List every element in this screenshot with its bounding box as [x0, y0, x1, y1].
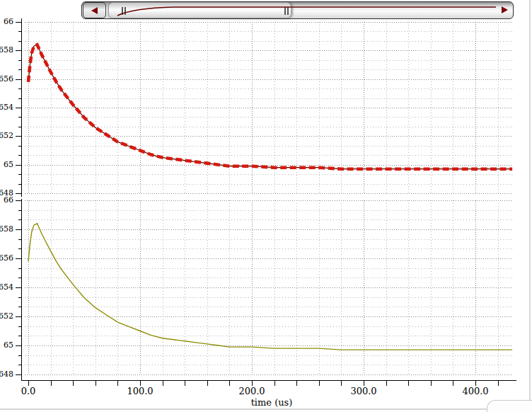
scrollbar-left-button[interactable]	[83, 2, 106, 18]
y-tick-label: 65	[0, 341, 13, 350]
y-tick-label: 654	[0, 283, 13, 292]
x-tick-label: 300.0	[342, 387, 385, 396]
y-tick-label: 654	[0, 103, 13, 112]
scrollbar-thumb[interactable]	[108, 2, 291, 18]
y-tick-label: 652	[0, 132, 13, 140]
thumb-right-grip-icon[interactable]	[284, 7, 289, 15]
y-tick-label: 66	[0, 18, 13, 26]
x-tick-label: 200.0	[231, 387, 273, 396]
right-window-divider	[529, 0, 531, 412]
y-tick-label: 65	[0, 161, 13, 169]
y-tick-label: 652	[0, 312, 13, 321]
plot-canvas	[0, 0, 532, 412]
x-axis-title: time (us)	[232, 397, 311, 408]
x-tick-label: 0.0	[7, 387, 50, 396]
y-tick-label: 658	[0, 46, 13, 55]
y-tick-label: 656	[0, 254, 13, 263]
left-arrow-icon	[91, 7, 98, 14]
bottom-window-divider	[0, 408, 532, 410]
bottom-right-panel-corner	[487, 400, 532, 412]
x-axis	[21, 380, 516, 386]
right-arrow-icon[interactable]	[502, 6, 508, 13]
x-tick-label: 100.0	[119, 387, 161, 396]
thumb-left-grip-icon[interactable]	[122, 7, 126, 15]
plot-1-y-axis	[16, 199, 22, 380]
y-tick-label: 656	[0, 75, 13, 84]
y-tick-label: 66	[0, 196, 13, 205]
y-tick-label: 658	[0, 225, 13, 234]
x-tick-label: 400.0	[454, 387, 497, 396]
plot-0-y-axis	[16, 18, 22, 197]
y-tick-label: 648	[0, 370, 13, 379]
